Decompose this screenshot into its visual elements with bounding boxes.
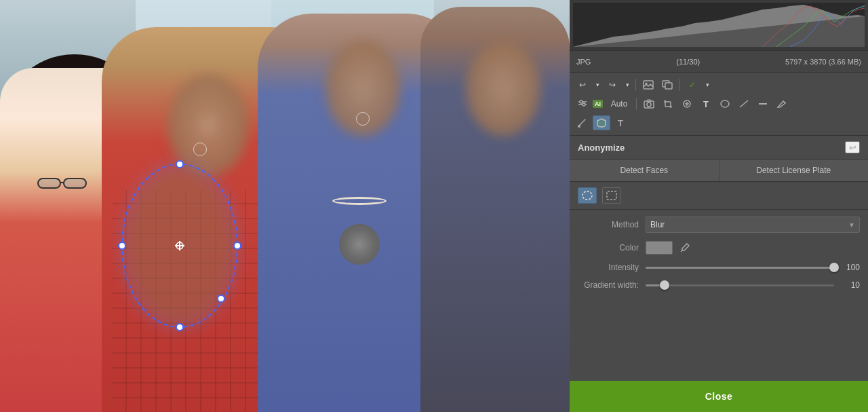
file-index: 11/30	[679, 58, 698, 66]
color-row: Color	[578, 241, 860, 255]
check-button[interactable]: ✓	[684, 77, 701, 92]
filesize-value: 3.66 MB	[831, 58, 859, 66]
image-button[interactable]	[639, 77, 657, 92]
svg-line-32	[783, 101, 785, 103]
crop-button[interactable]	[659, 96, 677, 111]
svg-point-29	[721, 100, 729, 107]
gradient-value: 10	[646, 280, 860, 290]
method-value: Blur ▼	[646, 217, 860, 233]
sliders-icon	[577, 99, 588, 109]
toolbar-row-1: ↩ ▾ ↪ ▾ ✓ ▾	[574, 75, 864, 94]
detect-buttons-row: Detect Faces Detect License Plate	[570, 160, 868, 182]
undo-button[interactable]: ↩	[574, 77, 591, 92]
intensity-row: Intensity 100	[578, 263, 860, 272]
svg-rect-35	[607, 191, 616, 200]
line-tool-button[interactable]	[735, 96, 753, 111]
pencil-button[interactable]	[773, 96, 791, 111]
glasses-bridge	[60, 182, 64, 183]
svg-point-17	[580, 100, 583, 103]
intensity-label: Intensity	[578, 263, 646, 272]
settings-area: Method Blur ▼ Color	[570, 210, 868, 381]
eyedropper-icon	[680, 243, 690, 252]
histogram-chart	[573, 3, 865, 47]
face2-circle-marker	[193, 143, 207, 156]
text-icon: T	[703, 99, 709, 109]
undo-dropdown-button[interactable]: ▾	[593, 77, 602, 92]
method-row: Method Blur ▼	[578, 217, 860, 233]
text-button[interactable]: T	[697, 96, 715, 111]
crop-icon	[663, 99, 673, 109]
image-icon	[643, 80, 654, 90]
intensity-slider-thumb[interactable]	[829, 263, 839, 272]
brooch	[339, 224, 380, 265]
settings-content: Method Blur ▼ Color	[570, 210, 868, 305]
auto-label: Auto	[611, 99, 628, 109]
ellipse-shape-icon	[581, 190, 593, 201]
redo-button[interactable]: ↪	[604, 77, 621, 92]
transform-button[interactable]	[658, 77, 676, 92]
anonymize-header: Anonymize ↩	[570, 136, 868, 160]
camera-button[interactable]	[640, 96, 658, 111]
gradient-label: Gradient width:	[578, 280, 646, 290]
toolbar-area: ↩ ▾ ↪ ▾ ✓ ▾	[570, 73, 868, 136]
face-marker-2	[201, 119, 215, 132]
dims-value: 5797 x 3870	[785, 58, 827, 66]
shield-button[interactable]	[593, 115, 610, 130]
file-info-bar: JPG (11/30) 5797 x 3870 (3.66 MB)	[570, 51, 868, 73]
redo-dropdown-button[interactable]: ▾	[623, 77, 632, 92]
ellipse-tool-button[interactable]	[716, 96, 734, 111]
shield-icon	[596, 118, 607, 128]
panel-bottom: Anonymize ↩ Detect Faces Detect License …	[570, 136, 868, 412]
svg-point-33	[578, 125, 580, 128]
check-dropdown-button[interactable]: ▾	[703, 77, 712, 92]
svg-line-30	[740, 100, 748, 107]
file-index-label: (11/30)	[676, 58, 700, 66]
text2-button[interactable]: T	[612, 115, 629, 130]
camera-icon	[644, 99, 654, 109]
toolbar-separator-2	[679, 79, 680, 91]
svg-point-6	[218, 295, 224, 302]
method-dropdown[interactable]: Blur ▼	[646, 217, 860, 233]
close-button[interactable]: Close	[570, 381, 868, 412]
face3-circle-marker	[356, 112, 370, 126]
anonymize-back-button[interactable]: ↩	[845, 141, 860, 153]
image-canvas	[0, 0, 570, 412]
toolbar-separator-1	[635, 79, 636, 91]
settings-tool-button[interactable]	[574, 96, 591, 111]
svg-rect-14	[665, 83, 672, 89]
gradient-slider-track[interactable]	[646, 284, 834, 286]
ellipse-shape-button[interactable]	[578, 187, 597, 204]
svg-point-18	[583, 103, 585, 106]
right-panel: JPG (11/30) 5797 x 3870 (3.66 MB) ↩ ▾ ↪ …	[570, 0, 868, 412]
photo-background	[0, 0, 570, 412]
heal-icon	[682, 99, 692, 109]
detect-license-button[interactable]: Detect License Plate	[719, 160, 869, 181]
brush-icon	[577, 118, 588, 128]
toolbar-row-2: AI Auto	[574, 94, 864, 113]
intensity-value-display: 100	[840, 263, 860, 272]
svg-point-5	[234, 242, 241, 249]
toolbar-separator-3	[636, 98, 637, 110]
intensity-slider-container: 100	[646, 263, 860, 272]
rectangle-shape-button[interactable]	[602, 187, 621, 204]
minus-tool-button[interactable]	[754, 96, 772, 111]
svg-point-2	[176, 161, 183, 168]
brush-button[interactable]	[574, 115, 591, 130]
shape-selector-row	[570, 182, 868, 210]
minus-icon	[757, 102, 768, 105]
heal-button[interactable]	[678, 96, 696, 111]
detect-faces-button[interactable]: Detect Faces	[570, 160, 719, 181]
intensity-slider-track[interactable]	[646, 267, 834, 269]
svg-line-36	[681, 250, 682, 252]
selection-overlay	[121, 163, 239, 329]
histogram-area	[570, 0, 868, 51]
color-swatch[interactable]	[646, 241, 673, 255]
line-tool-icon	[738, 99, 749, 109]
intensity-slider-fill	[646, 267, 834, 269]
file-dimensions: 5797 x 3870 (3.66 MB)	[785, 58, 861, 66]
gradient-slider-thumb[interactable]	[660, 280, 669, 290]
gradient-value-display: 10	[840, 280, 860, 290]
auto-button[interactable]: Auto	[606, 96, 633, 111]
eyedropper-button[interactable]	[678, 241, 692, 255]
ai-badge: AI	[593, 100, 603, 108]
